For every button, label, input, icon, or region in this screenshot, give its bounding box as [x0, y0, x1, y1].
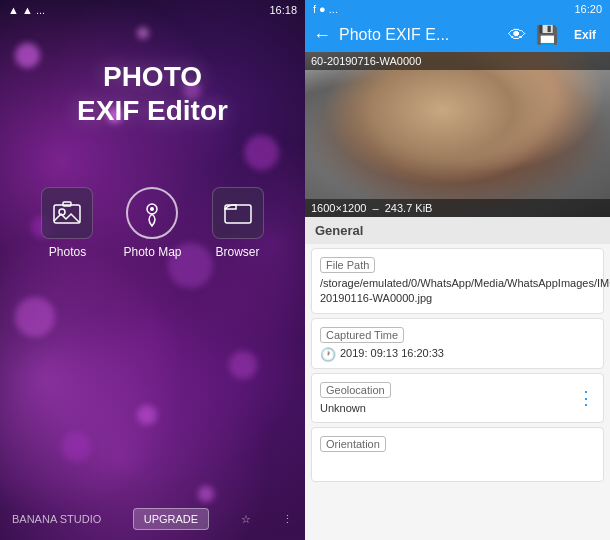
- photos-icon-item[interactable]: Photos: [41, 187, 93, 259]
- photo-dimensions: 1600×1200: [311, 202, 366, 214]
- cat-image: [305, 52, 610, 217]
- eye-icon[interactable]: 👁: [508, 25, 526, 46]
- bokeh-circle: [61, 432, 91, 462]
- captured-time-field: Captured Time 🕐 2019: 09:13 16:20:33: [311, 318, 604, 369]
- photo-map-icon-item[interactable]: Photo Map: [123, 187, 181, 259]
- svg-rect-0: [54, 205, 80, 223]
- brand-label: BANANA STUDIO: [12, 513, 101, 525]
- captured-time-label: Captured Time: [320, 327, 404, 343]
- star-icon[interactable]: ☆: [241, 513, 251, 526]
- left-status-icons: ▲ ▲ ...: [8, 4, 45, 16]
- photo-container: 60-20190716-WA0000 1600×1200 – 243.7 KiB: [305, 52, 610, 217]
- back-button[interactable]: ←: [313, 25, 331, 46]
- file-path-value: /storage/emulated/0/WhatsApp/Media/Whats…: [320, 276, 595, 307]
- orientation-value: [320, 455, 595, 475]
- photos-icon-box: [41, 187, 93, 239]
- browser-label: Browser: [216, 245, 260, 259]
- browser-icon-box: [212, 187, 264, 239]
- browser-icon: [224, 201, 252, 225]
- file-path-field: File Path /storage/emulated/0/WhatsApp/M…: [311, 248, 604, 314]
- exif-content: General File Path /storage/emulated/0/Wh…: [305, 217, 610, 540]
- left-panel: ▲ ▲ ... 16:18 PHOTO EXIF Editor Photos: [0, 0, 305, 540]
- captured-time-value: 2019: 09:13 16:20:33: [340, 346, 444, 361]
- orientation-field: Orientation: [311, 427, 604, 482]
- right-status-icons: f ● ...: [313, 3, 338, 15]
- photos-label: Photos: [49, 245, 86, 259]
- photos-icon: [53, 201, 81, 225]
- svg-rect-5: [225, 205, 251, 223]
- bokeh-circle: [229, 351, 257, 379]
- app-title: PHOTO EXIF Editor: [77, 60, 228, 127]
- menu-icon[interactable]: ⋮: [282, 513, 293, 526]
- photo-size: 243.7 KiB: [385, 202, 433, 214]
- upgrade-button[interactable]: UPGRADE: [133, 508, 209, 530]
- orientation-label: Orientation: [320, 436, 386, 452]
- left-status-bar: ▲ ▲ ... 16:18: [0, 0, 305, 20]
- captured-time-row: 🕐 2019: 09:13 16:20:33: [320, 346, 595, 362]
- photo-info-bar: 1600×1200 – 243.7 KiB: [305, 199, 610, 217]
- icon-row: Photos Photo Map: [41, 187, 263, 259]
- geolocation-field: Geolocation Unknown ⋮: [311, 373, 604, 423]
- left-content: PHOTO EXIF Editor Photos: [0, 20, 305, 259]
- toolbar-title: Photo EXIF E...: [339, 26, 500, 44]
- geolocation-menu-icon[interactable]: ⋮: [577, 387, 595, 409]
- left-bottom-bar: BANANA STUDIO UPGRADE ☆ ⋮: [0, 498, 305, 540]
- right-time: 16:20: [574, 3, 602, 15]
- geolocation-value: Unknown: [320, 401, 391, 416]
- photo-map-label: Photo Map: [123, 245, 181, 259]
- toolbar-icons: 👁 💾 Exif: [508, 24, 602, 46]
- geo-row: Geolocation Unknown ⋮: [320, 380, 595, 416]
- svg-rect-2: [63, 202, 71, 206]
- svg-point-4: [150, 207, 154, 211]
- exif-label[interactable]: Exif: [568, 26, 602, 44]
- right-toolbar: ← Photo EXIF E... 👁 💾 Exif: [305, 18, 610, 52]
- photo-map-icon-box: [126, 187, 178, 239]
- general-section-header: General: [305, 217, 610, 244]
- file-path-label: File Path: [320, 257, 375, 273]
- left-time: 16:18: [269, 4, 297, 16]
- clock-icon: 🕐: [320, 347, 336, 362]
- bokeh-circle: [15, 297, 55, 337]
- right-panel: f ● ... 16:20 ← Photo EXIF E... 👁 💾 Exif…: [305, 0, 610, 540]
- save-icon[interactable]: 💾: [536, 24, 558, 46]
- browser-icon-item[interactable]: Browser: [212, 187, 264, 259]
- photo-filename: 60-20190716-WA0000: [305, 52, 610, 70]
- geolocation-label: Geolocation: [320, 382, 391, 398]
- photo-map-icon: [138, 199, 166, 227]
- right-status-bar: f ● ... 16:20: [305, 0, 610, 18]
